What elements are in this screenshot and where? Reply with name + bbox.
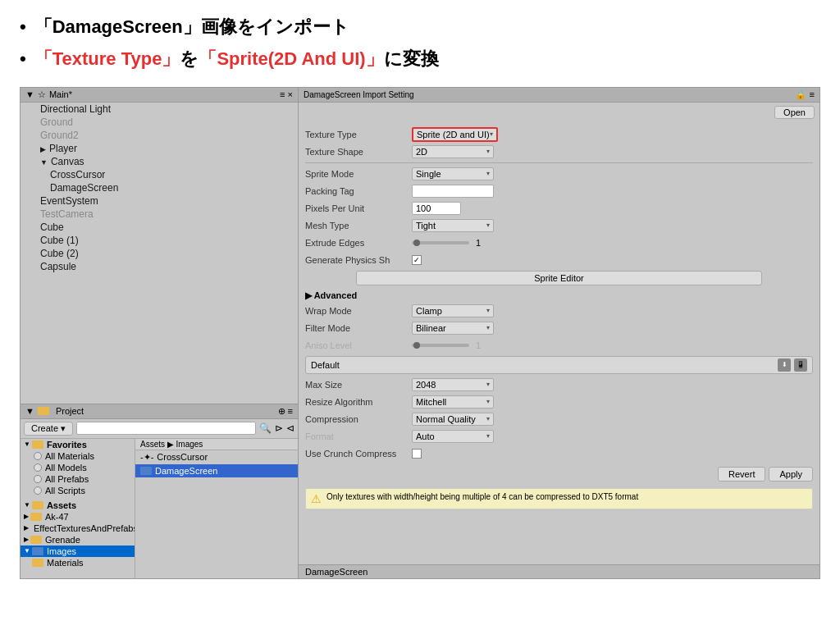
prefabs-icon [34, 475, 42, 483]
sprite-mode-value: Single [416, 169, 441, 179]
extrude-slider[interactable] [412, 241, 469, 244]
assets-folder-icon [32, 501, 43, 509]
filename-bar: DamageScreen [299, 564, 819, 578]
resize-algo-select[interactable]: Mitchell ▾ [412, 395, 494, 409]
hierarchy-icon: ☆ [38, 89, 46, 100]
mesh-type-select[interactable]: Tight ▾ [412, 219, 494, 232]
hierarchy-triangle: ▼ [25, 89, 34, 99]
sprite-mode-label: Sprite Mode [305, 169, 412, 179]
aniso-track [412, 344, 469, 347]
mesh-type-arrow: ▾ [486, 221, 490, 229]
open-button[interactable]: Open [774, 106, 815, 119]
hier-player[interactable]: ▶Player [21, 142, 298, 155]
extrude-edges-row: Extrude Edges 1 [305, 235, 813, 250]
project-files: Assets ▶ Images -✦- CrossCursor DamageSc… [135, 439, 298, 578]
texture-shape-select[interactable]: 2D ▾ [412, 145, 494, 158]
toolbar-icon1[interactable]: ⊳ [275, 422, 283, 434]
packing-tag-input[interactable] [412, 185, 494, 198]
project-folder-icon [38, 407, 49, 415]
materials2-icon [32, 559, 43, 567]
hier-directional-light[interactable]: Directional Light [21, 103, 298, 116]
use-crunch-checkbox[interactable] [412, 449, 422, 459]
warning-text: Only textures with width/height being mu… [326, 492, 638, 501]
generate-physics-checkbox[interactable]: ✓ [412, 255, 422, 265]
hier-capsule[interactable]: Capsule [21, 260, 298, 273]
apply-button[interactable]: Apply [769, 467, 813, 482]
fav-all-models[interactable]: All Models [21, 462, 135, 473]
sprite-editor-button[interactable]: Sprite Editor [356, 271, 762, 285]
warning-icon: ⚠ [311, 492, 322, 505]
asset-materials[interactable]: Materials [21, 557, 135, 568]
hier-canvas[interactable]: ▼Canvas [21, 155, 298, 168]
sprite-mode-select[interactable]: Single ▾ [412, 167, 494, 180]
menu-icon[interactable]: ≡ [810, 89, 815, 100]
bottom-buttons: Revert Apply [305, 463, 813, 485]
compression-select[interactable]: Normal Quality ▾ [412, 413, 494, 426]
warning-box: ⚠ Only textures with width/height being … [305, 488, 813, 509]
grenade-icon [30, 536, 42, 544]
max-size-select[interactable]: 2048 ▾ [412, 378, 494, 391]
mesh-type-row: Mesh Type Tight ▾ [305, 218, 813, 233]
hier-damagescreen[interactable]: DamageScreen [21, 181, 298, 194]
project-section: ▼ Project ⊕ ≡ Create ▾ 🔍 ⊳ ⊲ ▼ [21, 404, 298, 578]
asset-images[interactable]: ▼ Images [21, 546, 135, 557]
asset-effect[interactable]: ▶ EffectTexturesAndPrefabs [21, 523, 135, 534]
project-menu[interactable]: ⊕ ≡ [278, 406, 293, 417]
fav-all-materials[interactable]: All Materials [21, 450, 135, 462]
packing-tag-label: Packing Tag [305, 186, 412, 196]
line1-text: 「DamageScreen」画像をインポート [34, 15, 349, 40]
texture-type-select[interactable]: Sprite (2D and UI) ▾ [412, 127, 498, 142]
toolbar-icon2[interactable]: ⊲ [286, 422, 294, 434]
hier-crosscursor[interactable]: CrossCursor [21, 168, 298, 181]
hier-ground[interactable]: Ground [21, 116, 298, 129]
fav-all-prefabs[interactable]: All Prefabs [21, 473, 135, 485]
aniso-label: Aniso Level [305, 340, 412, 350]
create-button[interactable]: Create ▾ [24, 422, 73, 436]
breadcrumb: Assets ▶ Images [135, 439, 298, 450]
models-icon [34, 463, 42, 472]
texture-shape-arrow: ▾ [486, 148, 490, 155]
revert-button[interactable]: Revert [718, 467, 765, 482]
wrap-mode-select[interactable]: Clamp ▾ [412, 304, 494, 317]
compression-value: Normal Quality [416, 414, 476, 424]
platform-label: Default [311, 360, 340, 370]
file-crosscursor[interactable]: -✦- CrossCursor [135, 450, 298, 464]
search-input[interactable] [76, 422, 256, 435]
hier-testcamera[interactable]: TestCamera [21, 208, 298, 221]
line2-black2: に変換 [384, 47, 439, 72]
hierarchy-title: Main* [49, 89, 72, 99]
main-content: ▼ ☆ Main* ≡ × Directional Light Ground G… [20, 87, 820, 579]
images-icon [32, 547, 43, 555]
hier-cube2[interactable]: Cube (2) [21, 247, 298, 260]
hier-eventsystem[interactable]: EventSystem [21, 194, 298, 208]
hierarchy-menu[interactable]: ≡ × [280, 89, 293, 99]
search-icon[interactable]: 🔍 [259, 422, 272, 434]
texture-type-label: Texture Type [305, 130, 412, 139]
asset-grenade[interactable]: ▶ Grenade [21, 534, 135, 546]
wrap-mode-row: Wrap Mode Clamp ▾ [305, 304, 813, 318]
format-select[interactable]: Auto ▾ [412, 430, 494, 443]
favorites-header: ▼ Favorites [21, 439, 135, 450]
fav-all-scripts[interactable]: All Scripts [21, 485, 135, 496]
advanced-label: ▶ Advanced [305, 290, 357, 301]
assets-label: Assets [47, 500, 76, 510]
download-icon[interactable]: ⬇ [778, 358, 791, 372]
project-tree: ▼ Favorites All Materials All Models All… [21, 439, 135, 578]
hier-cube1[interactable]: Cube (1) [21, 234, 298, 247]
phone-icon[interactable]: 📱 [794, 358, 807, 372]
filter-mode-select[interactable]: Bilinear ▾ [412, 322, 494, 335]
compression-arrow: ▾ [486, 415, 490, 422]
filter-mode-row: Filter Mode Bilinear ▾ [305, 321, 813, 336]
advanced-section[interactable]: ▶ Advanced [305, 290, 813, 301]
lock-icon[interactable]: 🔒 [795, 89, 806, 100]
pixels-per-unit-input[interactable] [412, 202, 461, 215]
aniso-slider[interactable] [412, 344, 469, 347]
file-damagescreen[interactable]: DamageScreen [135, 464, 298, 477]
filter-mode-arrow: ▾ [486, 324, 490, 331]
project-header: ▼ Project ⊕ ≡ [21, 404, 298, 419]
asset-ak47[interactable]: ▶ Ak-47 [21, 511, 135, 523]
hier-ground2[interactable]: Ground2 [21, 129, 298, 142]
hier-cube[interactable]: Cube [21, 221, 298, 234]
pixels-per-unit-label: Pixels Per Unit [305, 203, 412, 213]
texture-shape-row: Texture Shape 2D ▾ [305, 144, 813, 159]
